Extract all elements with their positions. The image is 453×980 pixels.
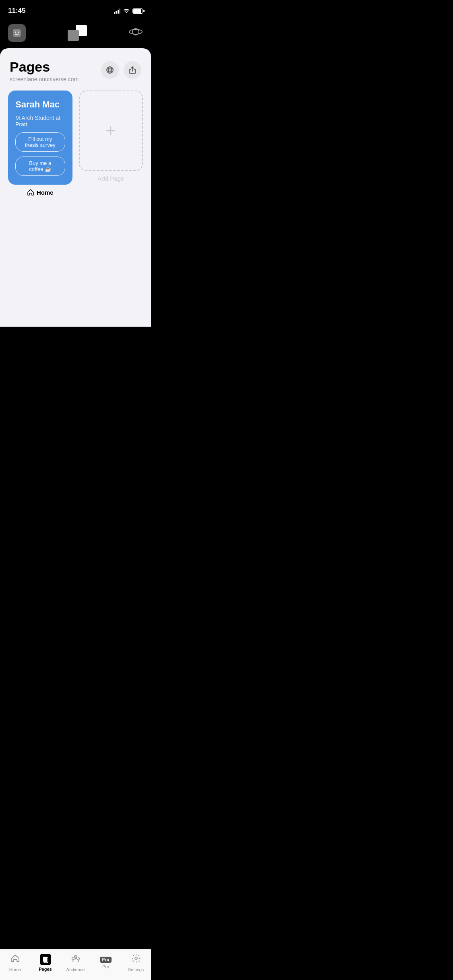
pages-grid: Sarah Mac M.Arch Student at Pratt Fill o… xyxy=(0,91,151,206)
home-page-col: Sarah Mac M.Arch Student at Pratt Fill o… xyxy=(8,91,72,196)
app-header xyxy=(0,20,151,48)
app-logo xyxy=(68,25,87,41)
card-name: Sarah Mac xyxy=(15,99,65,110)
add-page-col: Add Page xyxy=(79,91,143,196)
svg-point-4 xyxy=(129,29,142,34)
status-icons xyxy=(114,8,143,14)
card-desc: M.Arch Student at Pratt xyxy=(15,115,65,128)
page-subtitle: screenlane.onuniverse.com xyxy=(10,76,79,82)
smiley-icon[interactable] xyxy=(8,24,26,42)
buy-coffee-button[interactable]: Buy me a coffee ☕ xyxy=(15,156,65,176)
home-page-label: Home xyxy=(8,189,72,196)
page-title: Pages xyxy=(10,60,79,74)
signal-icon xyxy=(114,8,121,14)
svg-point-1 xyxy=(15,32,16,33)
add-page-label: Add Page xyxy=(79,175,143,182)
add-page-card[interactable] xyxy=(79,91,143,171)
logo-shape-icon xyxy=(68,25,87,41)
wifi-icon xyxy=(123,8,130,14)
home-page-card[interactable]: Sarah Mac M.Arch Student at Pratt Fill o… xyxy=(8,91,72,185)
thesis-survey-button[interactable]: Fill out my thesis survey xyxy=(15,132,65,152)
main-content: Pages screenlane.onuniverse.com xyxy=(0,48,151,327)
svg-rect-0 xyxy=(13,29,21,37)
status-time: 11:45 xyxy=(8,7,25,15)
globe-button[interactable] xyxy=(101,61,119,79)
share-button[interactable] xyxy=(124,61,141,79)
planet-icon[interactable] xyxy=(128,25,143,42)
page-title-section: Pages screenlane.onuniverse.com xyxy=(10,60,79,82)
battery-icon xyxy=(132,8,143,14)
page-header: Pages screenlane.onuniverse.com xyxy=(0,48,151,91)
svg-point-2 xyxy=(18,32,19,33)
status-bar: 11:45 xyxy=(0,0,151,20)
header-actions xyxy=(101,61,141,79)
